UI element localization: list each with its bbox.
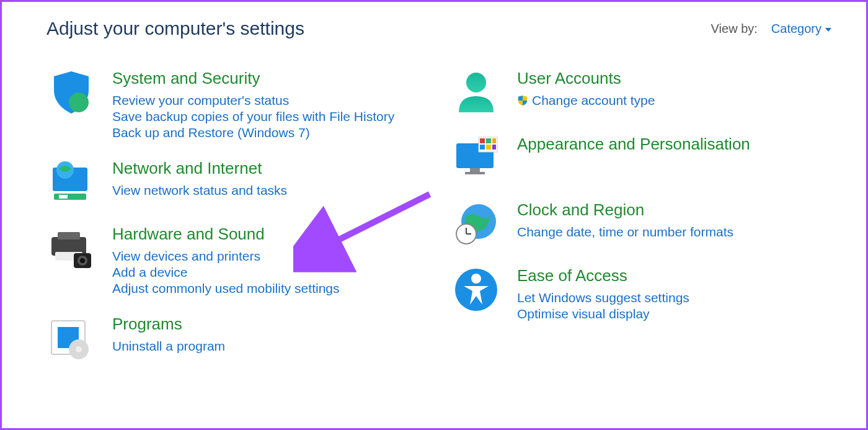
chevron-down-icon: [825, 28, 831, 32]
category-title[interactable]: System and Security: [112, 69, 260, 88]
svg-rect-21: [486, 138, 491, 143]
svg-rect-3: [54, 194, 86, 200]
category-title[interactable]: Ease of Access: [517, 266, 627, 285]
view-by-selected: Category: [771, 22, 822, 36]
category-columns: System and Security Review your computer…: [2, 45, 866, 379]
globe-clock-icon: [451, 199, 501, 249]
category-link[interactable]: Save backup copies of your files with Fi…: [112, 109, 394, 124]
header: Adjust your computer's settings View by:…: [2, 2, 866, 45]
category-link[interactable]: Review your computer's status: [112, 93, 394, 108]
page-title: Adjust your computer's settings: [46, 18, 304, 39]
category-link[interactable]: Change date, time or number formats: [517, 225, 733, 240]
category-user-accounts: User Accounts Change account type: [451, 68, 831, 117]
category-link[interactable]: Adjust commonly used mobility settings: [112, 281, 340, 296]
category-title[interactable]: Network and Internet: [112, 159, 262, 178]
svg-point-0: [69, 92, 89, 112]
category-appearance: Appearance and Personalisation: [451, 133, 831, 183]
category-title[interactable]: Hardware and Sound: [112, 225, 265, 244]
category-hardware-sound: Hardware and Sound View devices and prin…: [46, 223, 427, 297]
programs-icon: [46, 313, 96, 363]
category-link[interactable]: Let Windows suggest settings: [517, 290, 689, 305]
left-column: System and Security Review your computer…: [46, 68, 427, 379]
monitor-colors-icon: [451, 133, 501, 183]
category-network-internet: Network and Internet View network status…: [46, 158, 427, 207]
category-link[interactable]: Optimise visual display: [517, 307, 689, 321]
category-title[interactable]: Programs: [112, 315, 182, 334]
svg-point-10: [80, 258, 85, 263]
category-system-security: System and Security Review your computer…: [46, 68, 427, 141]
category-link-text: Change account type: [532, 93, 655, 107]
right-column: User Accounts Change account type: [451, 68, 831, 379]
category-link[interactable]: Add a device: [112, 265, 340, 280]
view-by-label: View by:: [711, 22, 758, 36]
category-link[interactable]: Change account type: [517, 93, 655, 109]
view-by-group: View by: Category: [711, 22, 831, 36]
accessibility-icon: [451, 265, 501, 315]
category-programs: Programs Uninstall a program: [46, 313, 427, 363]
user-icon: [451, 68, 501, 117]
category-link[interactable]: View network status and tasks: [112, 183, 287, 198]
svg-point-14: [76, 346, 82, 352]
network-icon: [46, 158, 96, 207]
svg-rect-25: [492, 145, 496, 150]
svg-rect-23: [480, 145, 485, 150]
svg-rect-24: [486, 145, 491, 150]
view-by-dropdown[interactable]: Category: [771, 22, 831, 36]
svg-rect-4: [59, 195, 68, 199]
svg-rect-6: [58, 232, 80, 240]
svg-rect-17: [470, 168, 480, 172]
category-ease-access: Ease of Access Let Windows suggest setti…: [451, 265, 831, 323]
svg-rect-20: [480, 138, 485, 143]
category-clock-region: Clock and Region Change date, time or nu…: [451, 199, 831, 249]
category-title[interactable]: User Accounts: [517, 69, 621, 88]
svg-rect-22: [492, 138, 496, 143]
category-title[interactable]: Clock and Region: [517, 200, 644, 220]
category-link[interactable]: Back up and Restore (Windows 7): [112, 125, 394, 140]
category-link[interactable]: View devices and printers: [112, 249, 340, 264]
category-link[interactable]: Uninstall a program: [112, 339, 225, 354]
svg-rect-18: [465, 172, 485, 174]
printer-camera-icon: [46, 223, 96, 273]
uac-shield-icon: [517, 94, 528, 109]
svg-point-31: [471, 274, 481, 284]
svg-point-15: [466, 73, 486, 92]
shield-icon: [46, 68, 96, 117]
category-title[interactable]: Appearance and Personalisation: [517, 135, 750, 154]
